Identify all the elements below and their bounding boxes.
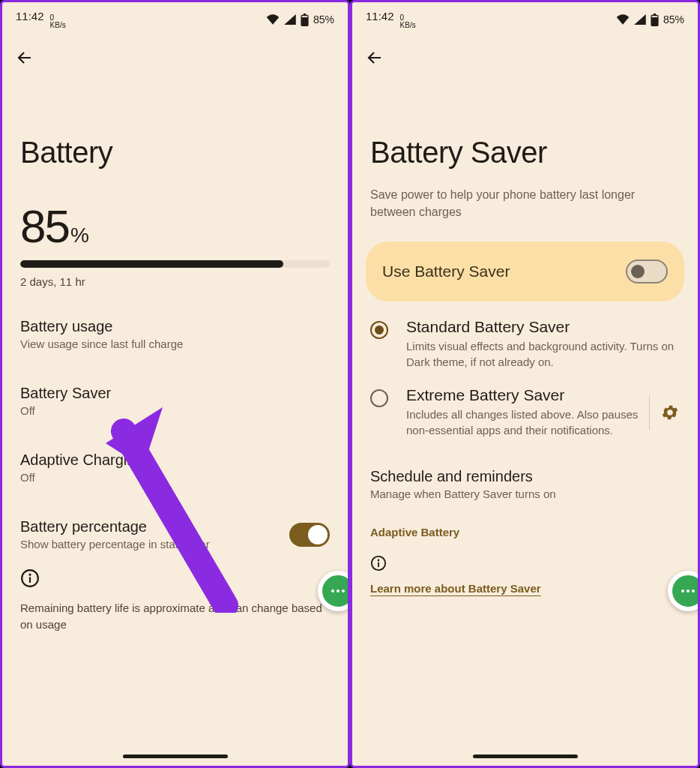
svg-point-4 <box>28 574 31 576</box>
option-sub: Includes all changes listed above. Also … <box>406 406 639 438</box>
adaptive-battery-link[interactable]: Adaptive Battery <box>352 505 698 538</box>
signal-icon <box>284 14 296 25</box>
nav-pill[interactable] <box>473 754 578 758</box>
svg-rect-12 <box>378 562 379 567</box>
battery-eta: 2 days, 11 hr <box>20 275 330 288</box>
svg-rect-9 <box>652 16 658 17</box>
svg-rect-5 <box>29 577 31 583</box>
status-time: 11:42 <box>366 10 394 22</box>
back-button[interactable] <box>14 47 35 68</box>
back-button[interactable] <box>364 47 385 68</box>
item-title: Schedule and reminders <box>370 468 680 485</box>
wifi-icon <box>266 14 280 25</box>
info-icon <box>20 568 40 588</box>
page-subtitle: Save power to help your phone battery la… <box>352 170 698 220</box>
signal-icon <box>634 14 646 25</box>
item-sub: Manage when Battery Saver turns on <box>370 488 680 500</box>
svg-point-11 <box>378 560 380 562</box>
battery-footnote: Remaining battery life is approximate an… <box>2 591 348 633</box>
item-title: Battery percentage <box>20 518 210 536</box>
learn-more-link[interactable]: Learn more about Battery Saver <box>370 582 541 595</box>
battery-bar-fill <box>20 260 283 268</box>
divider <box>649 395 650 430</box>
battery-percent-display: 85 % <box>20 200 330 253</box>
phone-battery-screen: 11:42 0 KB/s 85% Battery 85 % <box>0 0 350 768</box>
use-battery-saver-label: Use Battery Saver <box>382 262 510 280</box>
svg-rect-8 <box>654 14 656 16</box>
svg-rect-1 <box>304 14 306 16</box>
item-sub: View usage since last full charge <box>20 338 330 350</box>
wifi-icon <box>616 14 630 25</box>
battery-usage-item[interactable]: Battery usage View usage since last full… <box>20 304 330 355</box>
fab-button[interactable] <box>668 571 700 611</box>
battery-saver-item[interactable]: Battery Saver Off <box>20 371 330 422</box>
option-sub: Limits visual effects and background act… <box>406 338 680 370</box>
battery-percentage-item[interactable]: Battery percentage Show battery percenta… <box>20 505 330 555</box>
adaptive-charging-item[interactable]: Adaptive Charging Off <box>20 438 330 488</box>
more-icon <box>331 590 345 592</box>
status-time: 11:42 <box>16 10 44 22</box>
radio-selected-icon <box>370 321 388 339</box>
status-bar: 11:42 0 KB/s 85% <box>2 2 348 31</box>
status-battery-pct: 85% <box>313 14 334 26</box>
extreme-saver-option[interactable]: Extreme Battery Saver Includes all chang… <box>352 370 698 438</box>
status-netrate: 0 KB/s <box>50 14 66 29</box>
use-battery-saver-row[interactable]: Use Battery Saver <box>366 242 684 302</box>
item-title: Battery usage <box>20 318 330 335</box>
info-icon <box>370 555 387 572</box>
page-title: Battery Saver <box>352 70 698 170</box>
battery-bar <box>20 260 330 268</box>
radio-unselected-icon <box>370 389 388 407</box>
phone-battery-saver-screen: 11:42 0 KB/s 85% Battery Saver Save powe… <box>350 0 700 768</box>
page-title: Battery <box>2 70 348 170</box>
more-icon <box>681 590 695 592</box>
arrow-back-icon <box>16 49 34 67</box>
option-title: Extreme Battery Saver <box>406 386 639 404</box>
schedule-reminders-item[interactable]: Schedule and reminders Manage when Batte… <box>370 454 680 505</box>
battery-icon <box>651 14 659 26</box>
battery-icon <box>301 14 309 26</box>
toggle-knob <box>631 265 645 278</box>
item-title: Adaptive Charging <box>20 452 330 469</box>
nav-pill[interactable] <box>123 754 228 758</box>
item-sub: Off <box>20 471 330 484</box>
status-netrate: 0 KB/s <box>400 14 416 29</box>
item-sub: Show battery percentage in status bar <box>20 538 210 550</box>
use-battery-saver-toggle[interactable] <box>626 260 668 284</box>
gear-icon[interactable] <box>660 403 680 422</box>
battery-percentage-toggle[interactable] <box>289 523 330 547</box>
status-bar: 11:42 0 KB/s 85% <box>352 2 698 31</box>
item-title: Battery Saver <box>20 385 330 402</box>
option-title: Standard Battery Saver <box>406 318 680 336</box>
svg-rect-2 <box>302 16 308 17</box>
status-battery-pct: 85% <box>663 14 684 26</box>
standard-saver-option[interactable]: Standard Battery Saver Limits visual eff… <box>352 302 698 370</box>
item-sub: Off <box>20 404 330 417</box>
toggle-knob <box>308 525 328 544</box>
arrow-back-icon <box>366 49 384 67</box>
